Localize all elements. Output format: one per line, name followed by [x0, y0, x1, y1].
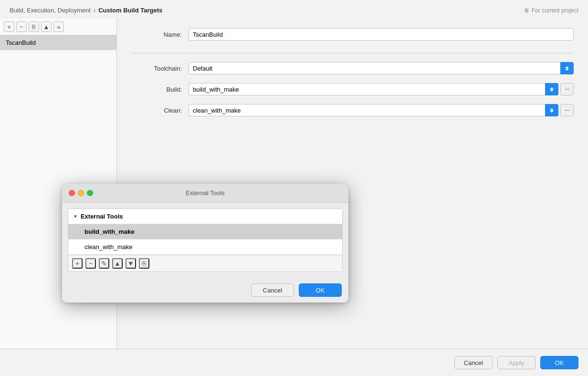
sidebar-toolbar: + − ⎘ ▲ »	[0, 19, 116, 35]
tree-item-build-with-make[interactable]: build_with_make	[68, 224, 342, 240]
tree-item-clean-with-make[interactable]: clean_with_make	[68, 240, 342, 255]
external-tools-tree: ▼ External Tools build_with_make clean_w…	[68, 209, 343, 272]
name-input[interactable]	[189, 28, 574, 41]
build-row: Build: build_with_make ···	[131, 83, 574, 95]
dialog-ok-button[interactable]: OK	[299, 283, 342, 297]
cancel-button[interactable]: Cancel	[454, 356, 493, 369]
clean-select[interactable]: clean_with_make	[189, 104, 558, 116]
breadcrumb-parent: Build, Execution, Deployment	[10, 7, 91, 14]
dialog-footer: Cancel OK	[62, 278, 348, 303]
clean-row: Clean: clean_with_make ···	[131, 104, 574, 116]
external-tools-dialog[interactable]: External Tools ▼ External Tools build_wi…	[62, 184, 348, 303]
toolchain-select[interactable]: Default	[189, 62, 574, 74]
remove-button[interactable]: −	[16, 21, 27, 32]
build-select-wrapper: build_with_make	[189, 83, 558, 95]
name-row: Name:	[131, 28, 574, 41]
breadcrumb-separator: ›	[94, 7, 95, 14]
more-button[interactable]: »	[53, 21, 64, 32]
toolchain-select-wrapper: Default	[189, 62, 574, 74]
dialog-up-button[interactable]: ▲	[112, 258, 123, 269]
clean-input-group: clean_with_make ···	[189, 104, 574, 116]
divider	[131, 53, 574, 53]
close-button[interactable]	[69, 190, 75, 196]
dialog-down-button[interactable]: ▼	[126, 258, 136, 269]
clean-more-button[interactable]: ···	[560, 104, 574, 116]
dialog-copy-button[interactable]: ⎘	[139, 258, 149, 269]
toolchain-label: Toolchain:	[131, 65, 189, 72]
for-current-label: For current project	[532, 7, 578, 14]
dialog-titlebar: External Tools	[62, 184, 348, 203]
for-current-project: 🖥 For current project	[524, 7, 578, 14]
build-input-group: build_with_make ···	[189, 83, 574, 95]
maximize-button[interactable]	[87, 190, 93, 196]
footer: Cancel Apply OK	[0, 349, 588, 376]
dialog-title: External Tools	[186, 189, 224, 197]
header: Build, Execution, Deployment › Custom Bu…	[0, 0, 588, 19]
name-label: Name:	[131, 31, 189, 38]
dialog-add-button[interactable]: +	[72, 258, 83, 269]
apply-button[interactable]: Apply	[497, 356, 536, 369]
sidebar-item-tscanbuild[interactable]: TscanBuild	[0, 35, 116, 50]
up-button[interactable]: ▲	[41, 21, 52, 32]
build-select[interactable]: build_with_make	[189, 83, 558, 95]
dialog-inner-toolbar: + − ✎ ▲ ▼ ⎘	[68, 255, 342, 272]
breadcrumb: Build, Execution, Deployment › Custom Bu…	[10, 7, 162, 14]
dialog-remove-button[interactable]: −	[85, 258, 96, 269]
minimize-button[interactable]	[78, 190, 84, 196]
dialog-body: ▼ External Tools build_with_make clean_w…	[62, 203, 348, 278]
build-more-button[interactable]: ···	[560, 83, 574, 95]
breadcrumb-current: Custom Build Targets	[98, 7, 162, 14]
toolchain-row: Toolchain: Default	[131, 62, 574, 74]
dialog-cancel-button[interactable]: Cancel	[251, 283, 294, 297]
project-icon: 🖥	[524, 7, 529, 14]
clean-select-wrapper: clean_with_make	[189, 104, 558, 116]
tree-root-label: External Tools	[81, 213, 123, 220]
ok-button[interactable]: OK	[540, 356, 578, 369]
copy-button[interactable]: ⎘	[29, 21, 39, 32]
tree-root-header: ▼ External Tools	[68, 209, 342, 224]
add-button[interactable]: +	[4, 21, 14, 32]
dialog-edit-button[interactable]: ✎	[99, 258, 109, 269]
build-label: Build:	[131, 86, 189, 93]
traffic-lights	[69, 190, 93, 196]
clean-label: Clean:	[131, 107, 189, 114]
tree-toggle-icon[interactable]: ▼	[73, 214, 78, 219]
